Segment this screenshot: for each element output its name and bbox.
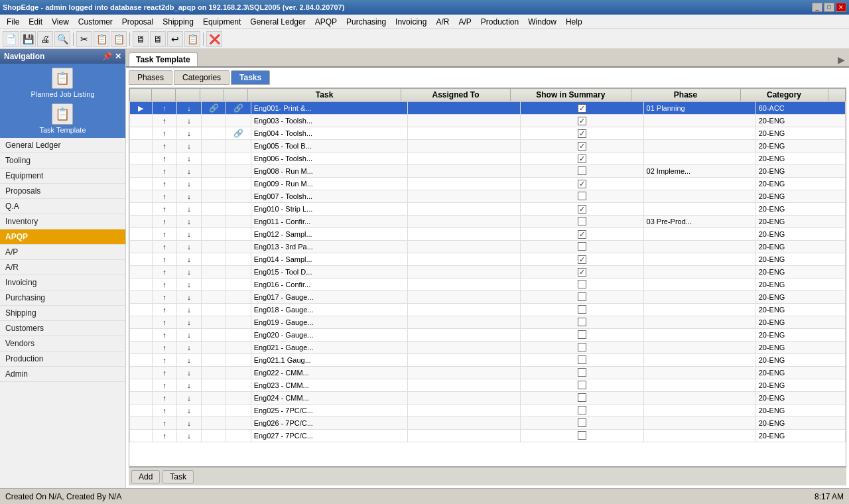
summary-checkbox[interactable] <box>578 242 586 251</box>
summary-checkbox[interactable] <box>578 305 586 314</box>
down-arrow-icon[interactable]: ↓ <box>187 432 191 440</box>
up-arrow-cell[interactable]: ↑ <box>152 190 176 203</box>
down-arrow-cell[interactable]: ↓ <box>177 304 202 316</box>
table-row[interactable]: ↑↓Eng020 - Gauge...20-ENG <box>130 329 846 342</box>
toolbar-cut[interactable]: ✂ <box>76 31 92 47</box>
up-arrow-cell[interactable]: ↑ <box>152 115 176 127</box>
up-arrow-cell[interactable]: ↑ <box>152 329 176 342</box>
menu-equipment[interactable]: Equipment <box>199 16 245 28</box>
down-arrow-cell[interactable]: ↓ <box>177 279 202 291</box>
down-arrow-cell[interactable]: ↓ <box>177 153 202 165</box>
show-in-summary-cell[interactable] <box>520 417 643 430</box>
down-arrow-cell[interactable]: ↓ <box>177 178 202 190</box>
summary-checkbox[interactable] <box>578 381 586 389</box>
summary-checkbox[interactable]: ✓ <box>578 230 586 239</box>
table-row[interactable]: ↑↓Eng024 - CMM...20-ENG <box>130 392 846 405</box>
link2-icon[interactable]: 🔗 <box>233 103 243 113</box>
down-arrow-cell[interactable]: ↓ <box>177 140 202 153</box>
sidebar-item-proposals[interactable]: Proposals <box>0 184 125 199</box>
down-arrow-icon[interactable]: ↓ <box>187 155 191 162</box>
down-arrow-cell[interactable]: ↓ <box>177 367 202 379</box>
task-name-cell[interactable]: Eng007 - Toolsh... <box>251 190 408 203</box>
up-arrow-icon[interactable]: ↑ <box>163 407 166 414</box>
link2-cell[interactable] <box>226 165 251 178</box>
show-in-summary-cell[interactable]: ✓ <box>520 153 643 165</box>
table-row[interactable]: ↑↓Eng019 - Gauge...20-ENG <box>130 316 846 329</box>
summary-checkbox[interactable] <box>578 292 586 301</box>
link1-cell[interactable] <box>202 392 226 405</box>
task-name-cell[interactable]: Eng010 - Strip L... <box>251 203 408 216</box>
link1-cell[interactable] <box>202 266 226 279</box>
down-arrow-icon[interactable]: ↓ <box>187 318 191 326</box>
table-row[interactable]: ↑↓Eng027 - 7PC/C...20-ENG <box>130 430 846 442</box>
link2-cell[interactable] <box>226 430 251 442</box>
content-tab-arrow[interactable]: ▶ <box>836 53 846 66</box>
up-arrow-icon[interactable]: ↑ <box>163 344 166 351</box>
table-row[interactable]: ↑↓Eng021.1 Gaug...20-ENG <box>130 354 846 367</box>
sidebar-item-shipping[interactable]: Shipping <box>0 306 125 321</box>
show-in-summary-cell[interactable] <box>520 190 643 203</box>
show-in-summary-cell[interactable]: ✓ <box>520 228 643 241</box>
down-arrow-icon[interactable]: ↓ <box>187 205 191 213</box>
down-arrow-cell[interactable]: ↓ <box>177 316 202 329</box>
down-arrow-icon[interactable]: ↓ <box>187 293 191 301</box>
up-arrow-icon[interactable]: ↑ <box>163 104 166 112</box>
link1-cell[interactable] <box>202 178 226 190</box>
task-name-cell[interactable]: Eng027 - 7PC/C... <box>251 430 408 442</box>
up-arrow-icon[interactable]: ↑ <box>163 331 166 339</box>
down-arrow-icon[interactable]: ↓ <box>187 407 191 414</box>
show-in-summary-cell[interactable] <box>520 304 643 316</box>
summary-checkbox[interactable] <box>578 330 586 339</box>
up-arrow-icon[interactable]: ↑ <box>163 419 166 427</box>
down-arrow-cell[interactable]: ↓ <box>177 115 202 127</box>
up-arrow-cell[interactable]: ↑ <box>152 430 176 442</box>
down-arrow-icon[interactable]: ↓ <box>187 356 191 364</box>
up-arrow-icon[interactable]: ↑ <box>163 117 166 125</box>
link1-cell[interactable] <box>202 190 226 203</box>
up-arrow-cell[interactable]: ↑ <box>152 216 176 228</box>
link1-cell[interactable] <box>202 342 226 354</box>
summary-checkbox[interactable] <box>578 318 586 326</box>
show-in-summary-cell[interactable] <box>520 316 643 329</box>
table-row[interactable]: ↑↓Eng007 - Toolsh...20-ENG <box>130 190 846 203</box>
show-in-summary-cell[interactable] <box>520 354 643 367</box>
show-in-summary-cell[interactable] <box>520 367 643 379</box>
link1-cell[interactable] <box>202 367 226 379</box>
up-arrow-icon[interactable]: ↑ <box>163 306 166 314</box>
summary-checkbox[interactable] <box>578 280 586 288</box>
up-arrow-icon[interactable]: ↑ <box>163 230 166 238</box>
summary-checkbox[interactable] <box>578 166 586 175</box>
show-in-summary-cell[interactable] <box>520 165 643 178</box>
down-arrow-icon[interactable]: ↓ <box>187 419 191 427</box>
link2-cell[interactable] <box>226 279 251 291</box>
task-button[interactable]: Task <box>163 470 194 483</box>
link2-cell[interactable] <box>226 417 251 430</box>
menu-ar[interactable]: A/R <box>432 16 453 28</box>
summary-checkbox[interactable] <box>578 217 586 225</box>
up-arrow-cell[interactable]: ↑ <box>152 102 176 115</box>
link1-cell[interactable] <box>202 241 226 253</box>
sidebar-item-vendors[interactable]: Vendors <box>0 336 125 351</box>
down-arrow-icon[interactable]: ↓ <box>187 243 191 251</box>
link1-cell[interactable] <box>202 417 226 430</box>
task-name-cell[interactable]: Eng020 - Gauge... <box>251 329 408 342</box>
task-name-cell[interactable]: Eng024 - CMM... <box>251 392 408 405</box>
summary-checkbox[interactable] <box>578 418 586 427</box>
link2-cell[interactable]: 🔗 <box>226 102 251 115</box>
nav-close-button[interactable]: ✕ <box>115 52 121 61</box>
link1-cell[interactable] <box>202 165 226 178</box>
up-arrow-icon[interactable]: ↑ <box>163 142 166 150</box>
down-arrow-cell[interactable]: ↓ <box>177 342 202 354</box>
toolbar-new[interactable]: 📄 <box>3 31 19 47</box>
tab-tasks[interactable]: Tasks <box>231 70 270 85</box>
link1-cell[interactable] <box>202 279 226 291</box>
sidebar-item-qa[interactable]: Q.A <box>0 199 125 214</box>
table-row[interactable]: ▶↑↓🔗🔗Eng001- Print &...✓01 Planning60-AC… <box>130 102 846 115</box>
table-row[interactable]: ↑↓Eng026 - 7PC/C...20-ENG <box>130 417 846 430</box>
summary-checkbox[interactable] <box>578 431 586 440</box>
up-arrow-icon[interactable]: ↑ <box>163 432 166 440</box>
show-in-summary-cell[interactable]: ✓ <box>520 178 643 190</box>
show-in-summary-cell[interactable] <box>520 392 643 405</box>
link2-cell[interactable] <box>226 354 251 367</box>
table-row[interactable]: ↑↓Eng014 - Sampl...✓20-ENG <box>130 253 846 266</box>
